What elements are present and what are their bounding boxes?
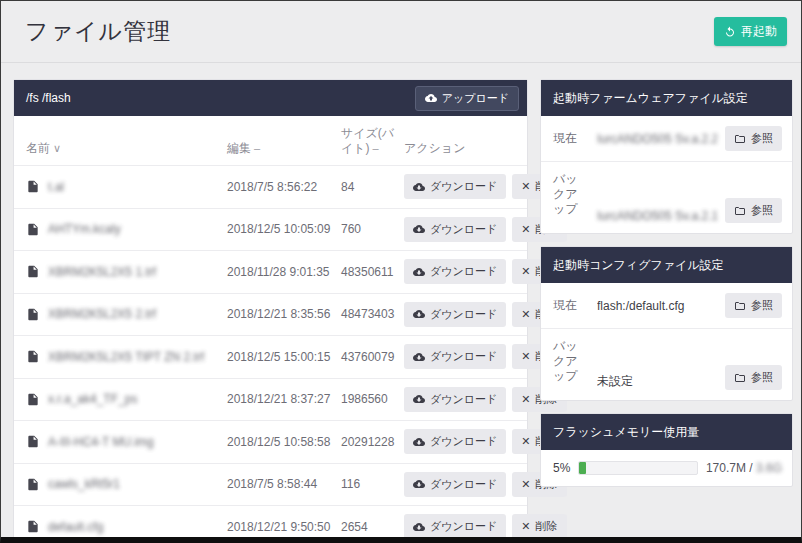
file-icon — [26, 307, 40, 322]
download-button[interactable]: ダウンロード — [404, 387, 506, 412]
memory-percent: 5% — [553, 461, 570, 475]
download-label: ダウンロード — [430, 307, 497, 322]
column-header-size[interactable]: サイズ(バイト)– — [341, 126, 401, 156]
size-column-label: サイズ(バイト) — [341, 126, 394, 155]
column-header-edited[interactable]: 編集– — [227, 141, 341, 156]
cloud-download-icon — [413, 478, 425, 490]
delete-x-icon: ✕ — [521, 350, 530, 363]
cloud-download-icon — [413, 308, 425, 320]
memory-progress-fill — [579, 462, 586, 474]
file-size: 116 — [341, 477, 404, 491]
file-table-body: t.al 2018/7/5 8:56:22 84 ダウンロード ✕ 削除 — [14, 166, 527, 543]
cloud-download-icon — [413, 223, 425, 235]
file-size: 48473403 — [341, 307, 404, 321]
file-name: default.cfg — [48, 520, 103, 534]
config-settings-panel: 起動時コンフィグファイル設定 現在 flash:/default.cfg 参照 … — [540, 246, 793, 401]
cloud-download-icon — [413, 351, 425, 363]
file-name: A-III-HC4-T MU.img — [48, 435, 154, 449]
file-name-cell: cawls_kRt5r1 — [26, 477, 227, 492]
cloud-download-icon — [413, 436, 425, 448]
delete-x-icon: ✕ — [521, 520, 530, 533]
column-header-actions: アクション — [404, 141, 519, 156]
column-header-name[interactable]: 名前∨ — [26, 141, 227, 156]
file-edited-date: 2018/12/5 15:00:15 — [227, 350, 341, 364]
download-label: ダウンロード — [430, 222, 497, 237]
memory-total: 3.6G — [756, 461, 782, 475]
file-edited-date: 2018/12/21 8:35:56 — [227, 307, 341, 321]
table-row: t.al 2018/7/5 8:56:22 84 ダウンロード ✕ 削除 — [14, 166, 527, 209]
delete-x-icon: ✕ — [521, 435, 530, 448]
restart-label: 再起動 — [741, 23, 777, 40]
flash-memory-panel: フラッシュメモリー使用量 5% 170.7M / 3.6G — [540, 413, 793, 487]
delete-x-icon: ✕ — [521, 265, 530, 278]
download-label: ダウンロード — [430, 264, 497, 279]
download-label: ダウンロード — [430, 434, 497, 449]
table-row: XBRM2K5L2X5 1.trf 2018/11/28 9:01:35 483… — [14, 251, 527, 294]
download-label: ダウンロード — [430, 519, 497, 534]
file-icon — [26, 222, 40, 237]
download-button[interactable]: ダウンロード — [404, 344, 506, 369]
folder-icon — [734, 300, 746, 312]
table-row: x.r.a_ak4_TF_ps 2018/12/21 8:37:27 19865… — [14, 379, 527, 422]
settings-column: 起動時ファームウェアファイル設定 現在 IurcANDO505 Sv.a.2.2… — [540, 79, 793, 487]
file-edited-date: 2018/7/5 8:56:22 — [227, 180, 341, 194]
file-edited-date: 2018/12/21 9:50:50 — [227, 520, 341, 534]
memory-panel-header: フラッシュメモリー使用量 — [541, 414, 792, 450]
delete-x-icon: ✕ — [521, 393, 530, 406]
file-name-cell: t.al — [26, 179, 227, 194]
firmware-panel-title: 起動時ファームウェアファイル設定 — [553, 90, 748, 107]
memory-separator: / — [746, 461, 756, 475]
download-button[interactable]: ダウンロード — [404, 472, 506, 497]
table-row: XBRM2K5L2X5 2.trf 2018/12/21 8:35:56 484… — [14, 294, 527, 337]
delete-button[interactable]: ✕ 削除 — [512, 514, 566, 539]
file-name-cell: default.cfg — [26, 519, 227, 534]
file-name-cell: XBRM2K5L2X5 TIPT ZN 2.trf — [26, 349, 227, 364]
file-name: XBRM2K5L2X5 2.trf — [48, 307, 156, 321]
browse-button[interactable]: 参照 — [725, 126, 782, 151]
table-row: cawls_kRt5r1 2018/7/5 8:58:44 116 ダウンロード… — [14, 464, 527, 507]
table-row: XBRM2K5L2X5 TIPT ZN 2.trf 2018/12/5 15:0… — [14, 336, 527, 379]
download-button[interactable]: ダウンロード — [404, 429, 506, 454]
download-button[interactable]: ダウンロード — [404, 174, 506, 199]
download-button[interactable]: ダウンロード — [404, 302, 506, 327]
memory-usage-text: 170.7M / 3.6G — [706, 461, 782, 475]
file-size: 84 — [341, 180, 404, 194]
download-button[interactable]: ダウンロード — [404, 217, 506, 242]
config-backup-value: 未設定 — [597, 373, 717, 390]
config-current-row: 現在 flash:/default.cfg 参照 — [541, 283, 792, 328]
download-button[interactable]: ダウンロード — [404, 514, 506, 539]
browse-label: 参照 — [751, 370, 773, 385]
memory-usage-row: 5% 170.7M / 3.6G — [541, 450, 792, 486]
file-icon — [26, 392, 40, 407]
file-actions-cell: ダウンロード ✕ 削除 — [404, 514, 567, 539]
file-name: t.al — [48, 180, 64, 194]
table-row: A-III-HC4-T MU.img 2018/12/5 10:58:58 20… — [14, 421, 527, 464]
current-label: 現在 — [553, 298, 589, 313]
browse-label: 参照 — [751, 298, 773, 313]
delete-label: 削除 — [536, 519, 558, 534]
file-browser-panel: /fs /flash アップロード 名前∨ 編集– サイズ(バイト)– — [13, 79, 528, 543]
browse-button[interactable]: 参照 — [725, 365, 782, 390]
table-row: default.cfg 2018/12/21 9:50:50 2654 ダウンロ… — [14, 506, 527, 543]
file-name-cell: A-III-HC4-T MU.img — [26, 434, 227, 449]
cloud-upload-icon — [425, 92, 437, 104]
file-name-cell: AHTYm.kcaly — [26, 222, 227, 237]
file-name: x.r.a_ak4_TF_ps — [48, 392, 137, 406]
folder-icon — [734, 205, 746, 217]
download-label: ダウンロード — [430, 392, 497, 407]
upload-button[interactable]: アップロード — [415, 86, 519, 111]
memory-panel-title: フラッシュメモリー使用量 — [553, 424, 699, 441]
file-edited-date: 2018/11/28 9:01:35 — [227, 265, 341, 279]
firmware-current-row: 現在 IurcANDO505 Sv.a.2.2.trf 参照 — [541, 116, 792, 161]
download-label: ダウンロード — [430, 477, 497, 492]
file-size: 43760079 — [341, 350, 404, 364]
browse-button[interactable]: 参照 — [725, 198, 782, 223]
edited-column-label: 編集 — [227, 141, 251, 155]
current-label: 現在 — [553, 131, 589, 146]
download-button[interactable]: ダウンロード — [404, 259, 506, 284]
main-content: /fs /flash アップロード 名前∨ 編集– サイズ(バイト)– — [1, 63, 801, 543]
browse-button[interactable]: 参照 — [725, 293, 782, 318]
folder-icon — [734, 133, 746, 145]
backup-label: バックアップ — [553, 339, 589, 384]
restart-button[interactable]: 再起動 — [714, 17, 787, 46]
